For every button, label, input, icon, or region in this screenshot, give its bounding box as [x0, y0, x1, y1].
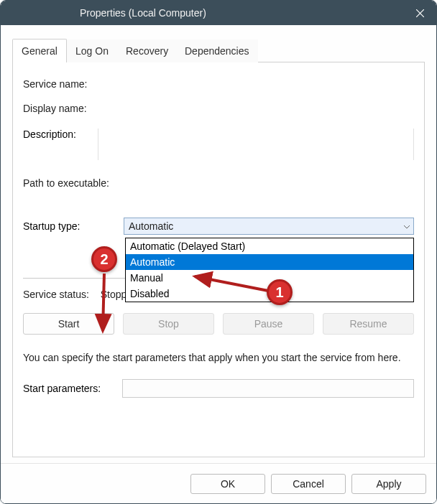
- stop-button[interactable]: Stop: [123, 313, 214, 335]
- dialog-footer: OK Cancel Apply: [1, 463, 436, 503]
- resume-button[interactable]: Resume: [323, 313, 414, 335]
- hint-text: You can specify the start parameters tha…: [23, 350, 414, 365]
- description-label: Description:: [23, 129, 76, 140]
- start-parameters-input[interactable]: [122, 379, 414, 398]
- tabstrip: General Log On Recovery Dependencies: [12, 39, 425, 62]
- window-title: Properties (Local Computer): [80, 7, 206, 19]
- tab-general[interactable]: General: [12, 39, 67, 63]
- description-row: Description:: [23, 129, 414, 160]
- pause-button[interactable]: Pause: [223, 313, 314, 335]
- dropdown-option-automatic-delayed[interactable]: Automatic (Delayed Start): [126, 238, 413, 254]
- start-parameters-row: Start parameters:: [23, 379, 414, 398]
- properties-dialog: Properties (Local Computer) General Log …: [0, 0, 437, 504]
- titlebar: Properties (Local Computer): [1, 1, 436, 25]
- dropdown-option-manual[interactable]: Manual: [126, 270, 413, 286]
- apply-button[interactable]: Apply: [351, 474, 426, 494]
- client-area: General Log On Recovery Dependencies Ser…: [1, 25, 436, 503]
- dropdown-option-automatic[interactable]: Automatic: [126, 254, 413, 270]
- tab-log-on[interactable]: Log On: [67, 39, 117, 62]
- display-name-row: Display name:: [23, 103, 414, 114]
- start-parameters-label: Start parameters:: [23, 383, 101, 394]
- startup-type-selected: Automatic: [129, 220, 173, 232]
- tab-recovery[interactable]: Recovery: [117, 39, 177, 62]
- close-icon: [416, 9, 424, 17]
- service-control-buttons: Start Stop Pause Resume: [23, 313, 414, 335]
- path-row: Path to executable:: [23, 177, 414, 189]
- service-status-label: Service status:: [23, 289, 89, 300]
- ok-button[interactable]: OK: [190, 474, 265, 494]
- tab-dependencies[interactable]: Dependencies: [176, 39, 258, 62]
- description-box: [98, 129, 414, 160]
- dropdown-option-disabled[interactable]: Disabled: [126, 286, 413, 302]
- chevron-down-icon: [403, 221, 410, 233]
- startup-type-label: Startup type:: [23, 220, 124, 232]
- service-name-row: Service name:: [23, 78, 414, 90]
- startup-type-row: Startup type: Automatic: [23, 218, 414, 235]
- general-page: Service name: Display name: Description:…: [12, 62, 425, 457]
- start-button[interactable]: Start: [23, 313, 114, 335]
- startup-type-combo[interactable]: Automatic: [124, 218, 414, 235]
- service-name-label: Service name:: [23, 78, 87, 90]
- path-label: Path to executable:: [23, 177, 109, 189]
- close-button[interactable]: [403, 1, 436, 25]
- display-name-label: Display name:: [23, 103, 87, 114]
- startup-type-dropdown: Automatic (Delayed Start) Automatic Manu…: [125, 238, 414, 302]
- cancel-button[interactable]: Cancel: [271, 474, 346, 494]
